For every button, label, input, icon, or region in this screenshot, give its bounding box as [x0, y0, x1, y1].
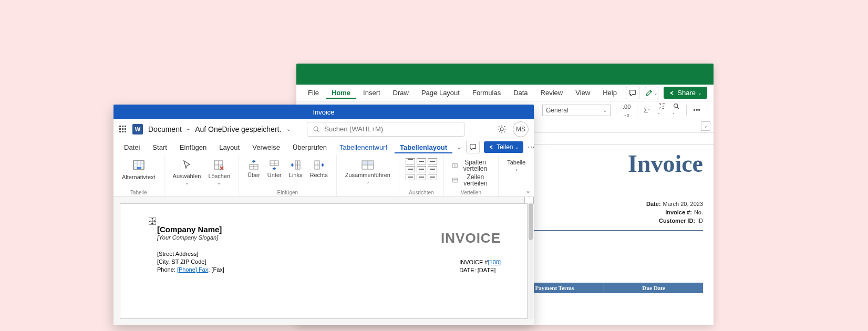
word-menu-einfuegen[interactable]: Einfügen	[174, 141, 212, 153]
excel-menu-data[interactable]: Data	[508, 87, 533, 99]
word-menu-layout[interactable]: Layout	[214, 141, 245, 153]
word-menu-tabellenlayout[interactable]: Tabellenlayout	[395, 141, 452, 153]
excel-menu-review[interactable]: Review	[535, 87, 569, 99]
excel-info-invnum-label: Invoice #:	[665, 209, 692, 215]
distribute-columns-icon	[452, 162, 458, 169]
excel-comment-button[interactable]	[626, 87, 639, 99]
svg-rect-20	[453, 163, 458, 167]
excel-info-custid-value: ID	[697, 218, 703, 224]
word-scrollbar[interactable]	[529, 203, 533, 319]
align-bot-right[interactable]	[428, 174, 437, 180]
align-top-center[interactable]	[417, 158, 426, 164]
word-search-input[interactable]	[324, 125, 459, 133]
word-menu-verweise[interactable]: Verweise	[247, 141, 285, 153]
excel-menu-formulas[interactable]: Formulas	[467, 87, 506, 99]
insert-right-icon	[313, 159, 325, 171]
word-menu-tabellenentwurf[interactable]: Tabellenentwurf	[334, 141, 392, 153]
settings-button[interactable]	[497, 125, 507, 134]
word-search-box[interactable]	[307, 122, 464, 137]
word-menu-start[interactable]: Start	[147, 141, 172, 153]
word-scrollbar-thumb[interactable]	[529, 203, 533, 240]
word-menu-datei[interactable]: Datei	[119, 141, 145, 153]
word-phone-link[interactable]: [Phone]	[177, 266, 197, 273]
excel-autosum-button[interactable]: Σ˅	[643, 106, 652, 114]
ribbon-group-zusammenfuehren: Zusammenführen⌄	[337, 155, 399, 196]
word-menu-overflow[interactable]: ⌄	[454, 141, 464, 153]
excel-menu-help[interactable]: Help	[597, 87, 622, 99]
svg-rect-2	[122, 126, 123, 127]
user-avatar[interactable]: MS	[513, 121, 529, 137]
excel-sort-filter-button[interactable]: ˅	[657, 102, 666, 118]
svg-rect-7	[119, 131, 121, 132]
word-invoice-no-link[interactable]: [100]	[488, 259, 501, 265]
ribbon-group-tabelle: Alternativtext Tabelle	[113, 155, 164, 196]
word-document-area: [Company Name] [Your Company Slogan] [St…	[113, 197, 534, 325]
word-share-button[interactable]: Teilen ⌄	[484, 141, 523, 153]
align-bot-left[interactable]	[406, 174, 415, 180]
excel-decrease-decimal-button[interactable]: .00→0	[622, 102, 632, 118]
excel-formula-expand-button[interactable]: ⌄	[701, 121, 710, 131]
word-window: Invoice W Document - Auf OneDrive gespei…	[113, 105, 534, 325]
ribbon-btn-loeschen[interactable]: Löschen⌄	[206, 158, 232, 187]
svg-rect-19	[362, 161, 374, 165]
align-top-left[interactable]	[406, 158, 415, 164]
align-mid-left[interactable]	[406, 166, 415, 172]
ribbon-collapse-button[interactable]: ⌄	[525, 187, 531, 194]
app-launcher-icon[interactable]	[119, 125, 127, 133]
excel-more-button[interactable]: •••	[692, 106, 701, 114]
ribbon-btn-spalten-verteilen[interactable]: Spalten verteilen	[450, 158, 492, 173]
align-top-right[interactable]	[428, 158, 437, 164]
delete-table-icon	[213, 159, 225, 172]
ribbon-btn-zusammenfuehren[interactable]: Zusammenführen⌄	[343, 158, 392, 185]
svg-point-10	[314, 127, 318, 131]
excel-share-button[interactable]: Share ⌄	[664, 87, 707, 99]
svg-rect-12	[137, 167, 141, 169]
ribbon-group-label-verteilen: Verteilen	[461, 190, 481, 195]
table-move-handle-icon[interactable]	[149, 218, 156, 225]
word-titlebar: Invoice	[113, 105, 534, 119]
word-invoice-date: DATE: [DATE]	[459, 267, 495, 273]
excel-number-format-dropdown[interactable]: General ⌄	[542, 105, 611, 116]
word-addr-street: [Street Address]	[157, 251, 198, 257]
word-page[interactable]: [Company Name] [Your Company Slogan] [St…	[120, 203, 528, 319]
excel-menu-page-layout[interactable]: Page Layout	[416, 87, 465, 99]
align-mid-center[interactable]	[417, 166, 426, 172]
word-fax-link[interactable]: Fax	[197, 266, 208, 273]
svg-rect-8	[122, 131, 123, 132]
excel-menu-insert[interactable]: Insert	[358, 87, 386, 99]
excel-info-date-label: Date:	[646, 201, 661, 207]
excel-menu-draw[interactable]: Draw	[388, 87, 414, 99]
word-comment-button[interactable]	[466, 141, 480, 153]
word-menubar: Datei Start Einfügen Layout Verweise Übe…	[113, 139, 534, 155]
ribbon-btn-unter[interactable]: Unter	[265, 158, 284, 179]
ribbon-btn-alternativtext[interactable]: Alternativtext	[120, 158, 158, 181]
chevron-down-icon[interactable]: ⌄	[286, 126, 291, 132]
svg-rect-1	[119, 126, 121, 127]
ribbon-btn-table-size[interactable]: Tabelle ›	[505, 158, 528, 174]
excel-th-due: Due Date	[604, 283, 703, 293]
ribbon-btn-auswaehlen[interactable]: Auswählen⌄	[171, 158, 203, 187]
word-more-button[interactable]: ⋯	[528, 143, 534, 151]
word-ribbon: Alternativtext Tabelle Auswählen⌄ Lösche…	[113, 155, 534, 197]
word-invoice-heading: INVOICE	[441, 230, 501, 246]
excel-info-custid-label: Customer ID:	[659, 218, 695, 224]
ribbon-btn-ueber[interactable]: Über	[245, 158, 262, 179]
ribbon-btn-zeilen-verteilen[interactable]: Zeilen verteilen	[450, 173, 492, 188]
excel-menu-view[interactable]: View	[570, 87, 595, 99]
word-document-name[interactable]: Document	[148, 125, 182, 133]
svg-rect-9	[125, 131, 126, 132]
align-bot-center[interactable]	[417, 174, 426, 180]
ribbon-group-label-ausrichten: Ausrichten	[409, 190, 433, 195]
insert-left-icon	[290, 159, 302, 171]
word-menu-ueberpruefen[interactable]: Überprüfen	[287, 141, 332, 153]
excel-find-button[interactable]: ˅	[671, 102, 681, 118]
excel-edit-mode-button[interactable]: ⌄	[645, 87, 658, 99]
search-icon	[313, 126, 320, 133]
excel-menu-home[interactable]: Home	[326, 87, 356, 99]
ribbon-btn-rechts[interactable]: Rechts	[307, 158, 329, 179]
excel-menu-file[interactable]: File	[303, 87, 324, 99]
word-header: W Document - Auf OneDrive gespeichert. ⌄…	[113, 119, 534, 139]
ribbon-group-select-delete: Auswählen⌄ Löschen⌄	[164, 155, 239, 196]
align-mid-right[interactable]	[428, 166, 437, 172]
ribbon-btn-links[interactable]: Links	[287, 158, 305, 179]
